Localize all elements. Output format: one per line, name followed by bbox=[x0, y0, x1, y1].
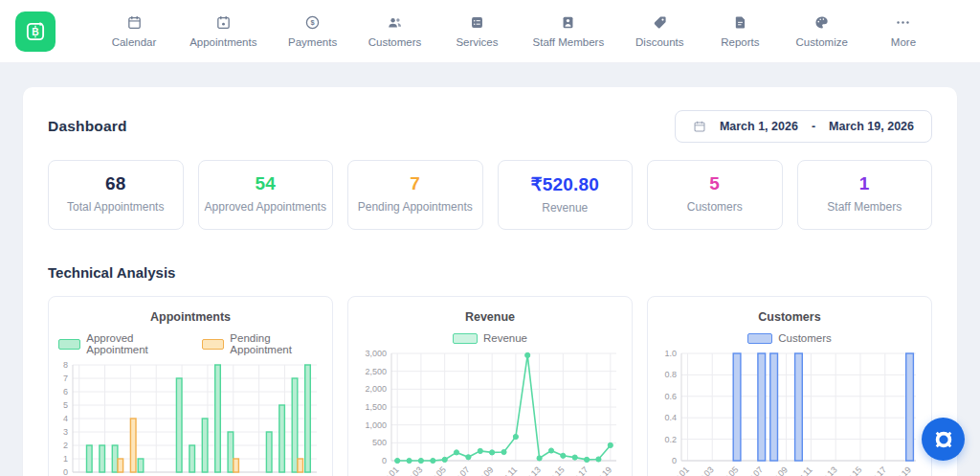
chart-plot: 05001,0001,5002,0002,5003,000Mar 01Mar 0… bbox=[358, 348, 624, 476]
stat-value: 1 bbox=[804, 173, 926, 194]
page-title: Dashboard bbox=[48, 118, 127, 135]
app-logo[interactable]: B bbox=[15, 11, 56, 52]
legend-label: Approved Appointment bbox=[86, 332, 185, 355]
svg-text:Mar 15: Mar 15 bbox=[838, 465, 864, 476]
svg-text:3: 3 bbox=[63, 427, 68, 437]
top-bar: B CalendarAppointments$PaymentsCustomers… bbox=[0, 0, 980, 63]
svg-text:0: 0 bbox=[672, 456, 677, 465]
chart-card-appointments: AppointmentsApproved AppointmentPending … bbox=[48, 296, 333, 476]
svg-text:Mar 03: Mar 03 bbox=[690, 465, 716, 476]
nav-item-discounts[interactable]: Discounts bbox=[635, 14, 684, 48]
nav-item-payments[interactable]: $Payments bbox=[288, 14, 338, 48]
chart-title: Appointments bbox=[58, 310, 323, 324]
svg-text:6: 6 bbox=[63, 387, 68, 397]
chart-card-customers: CustomersCustomers00.20.40.60.81.0Mar 01… bbox=[647, 296, 932, 476]
nav-item-reports[interactable]: Reports bbox=[715, 14, 765, 48]
date-range-start: March 1, 2026 bbox=[720, 120, 798, 133]
help-fab[interactable] bbox=[922, 418, 965, 461]
svg-text:Mar 01: Mar 01 bbox=[375, 465, 401, 476]
stat-value: 54 bbox=[205, 173, 327, 194]
svg-text:Mar 09: Mar 09 bbox=[470, 465, 496, 476]
lifebuoy-icon bbox=[933, 429, 954, 450]
legend-swatch bbox=[453, 333, 478, 344]
discounts-icon bbox=[652, 14, 668, 31]
stat-card-customers: 5Customers bbox=[647, 160, 783, 230]
svg-text:Mar 05: Mar 05 bbox=[715, 465, 741, 476]
staff-members-icon bbox=[560, 14, 576, 31]
svg-text:Mar 13: Mar 13 bbox=[517, 465, 543, 476]
chart-title: Revenue bbox=[358, 310, 622, 324]
dashboard-panel: Dashboard March 1, 2026 - March 19, 2026… bbox=[23, 87, 957, 476]
nav-item-label: Customers bbox=[368, 36, 422, 48]
svg-text:B: B bbox=[32, 27, 38, 37]
date-range-picker[interactable]: March 1, 2026 - March 19, 2026 bbox=[675, 110, 932, 143]
stat-value: 68 bbox=[55, 173, 177, 194]
svg-text:1,500: 1,500 bbox=[365, 402, 387, 412]
svg-text:Mar 19: Mar 19 bbox=[588, 465, 613, 476]
svg-text:Mar 03: Mar 03 bbox=[398, 465, 424, 476]
nav-item-services[interactable]: Services bbox=[452, 14, 501, 48]
date-range-separator: - bbox=[812, 120, 815, 133]
nav-item-appointments[interactable]: Appointments bbox=[189, 14, 256, 48]
chart-legend: Revenue bbox=[358, 332, 622, 344]
chart-plot: 00.20.40.60.81.0Mar 01Mar 03Mar 05Mar 07… bbox=[657, 348, 924, 476]
date-range-end: March 19, 2026 bbox=[829, 120, 914, 133]
chart-legend: Approved AppointmentPending Appointment bbox=[58, 332, 323, 355]
svg-text:Mar 17: Mar 17 bbox=[565, 465, 590, 476]
legend-label: Customers bbox=[778, 332, 832, 344]
stat-value: ₹520.80 bbox=[504, 173, 627, 195]
svg-text:0.6: 0.6 bbox=[664, 392, 677, 401]
svg-text:2: 2 bbox=[63, 441, 68, 450]
services-icon bbox=[469, 14, 485, 31]
top-nav: CalendarAppointments$PaymentsCustomersSe… bbox=[109, 14, 928, 48]
customers-icon bbox=[387, 14, 403, 31]
nav-item-label: Calendar bbox=[112, 36, 157, 48]
stat-label: Revenue bbox=[504, 201, 627, 215]
svg-text:1.0: 1.0 bbox=[664, 349, 677, 358]
dashboard-header: Dashboard March 1, 2026 - March 19, 2026 bbox=[48, 110, 932, 143]
nav-item-label: More bbox=[891, 36, 916, 48]
legend-item-pending-appointment[interactable]: Pending Appointment bbox=[202, 332, 323, 355]
svg-text:8: 8 bbox=[63, 360, 68, 370]
nav-item-customers[interactable]: Customers bbox=[368, 14, 422, 48]
nav-item-more[interactable]: More bbox=[879, 14, 928, 48]
nav-item-label: Appointments bbox=[189, 36, 256, 48]
customize-icon bbox=[813, 14, 830, 31]
svg-text:0.8: 0.8 bbox=[664, 370, 677, 379]
brand-icon: B bbox=[23, 19, 48, 44]
nav-item-label: Staff Members bbox=[533, 36, 605, 48]
svg-text:Mar 19: Mar 19 bbox=[887, 465, 913, 476]
payments-icon: $ bbox=[304, 14, 321, 31]
svg-text:Mar 01: Mar 01 bbox=[665, 465, 691, 476]
svg-text:1: 1 bbox=[63, 454, 68, 464]
legend-swatch bbox=[747, 333, 772, 344]
legend-item-customers[interactable]: Customers bbox=[747, 332, 832, 344]
svg-text:500: 500 bbox=[372, 438, 387, 447]
svg-text:2,500: 2,500 bbox=[365, 367, 387, 376]
stat-label: Customers bbox=[654, 200, 776, 215]
nav-item-staff-members[interactable]: Staff Members bbox=[533, 14, 605, 48]
stat-label: Staff Members bbox=[804, 200, 926, 215]
nav-item-label: Services bbox=[456, 36, 498, 48]
stat-card-pending-appointments: 7Pending Appointments bbox=[347, 160, 483, 230]
nav-item-calendar[interactable]: Calendar bbox=[109, 14, 159, 48]
svg-text:$: $ bbox=[311, 18, 316, 27]
legend-swatch bbox=[58, 339, 80, 350]
stats-row: 68Total Appointments54Approved Appointme… bbox=[48, 160, 932, 230]
svg-text:7: 7 bbox=[63, 374, 68, 383]
stat-card-approved-appointments: 54Approved Appointments bbox=[198, 160, 334, 230]
svg-text:Mar 11: Mar 11 bbox=[494, 465, 519, 476]
svg-text:5: 5 bbox=[63, 400, 68, 410]
reports-icon bbox=[732, 14, 748, 31]
stat-value: 7 bbox=[354, 173, 477, 194]
legend-item-revenue[interactable]: Revenue bbox=[453, 332, 527, 344]
legend-label: Pending Appointment bbox=[230, 332, 323, 355]
chart-title: Customers bbox=[657, 310, 922, 324]
svg-text:3,000: 3,000 bbox=[365, 349, 387, 358]
svg-text:Mar 05: Mar 05 bbox=[422, 465, 448, 476]
legend-item-approved-appointment[interactable]: Approved Appointment bbox=[58, 332, 185, 355]
chart-plot: 012345678Mar 01Mar 03Mar 05Mar 07Mar 09M… bbox=[58, 359, 324, 476]
svg-text:Mar 15: Mar 15 bbox=[541, 465, 567, 476]
nav-item-label: Payments bbox=[288, 36, 337, 48]
nav-item-customize[interactable]: Customize bbox=[796, 14, 848, 48]
